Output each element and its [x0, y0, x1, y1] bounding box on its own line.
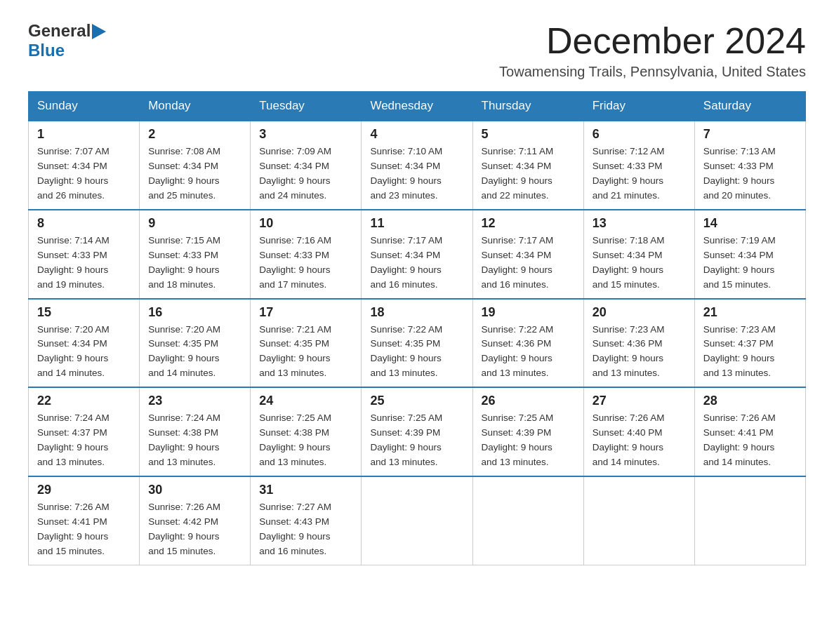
day-number: 6: [593, 127, 686, 142]
day-number: 27: [593, 394, 686, 408]
calendar-header-row: Sunday Monday Tuesday Wednesday Thursday…: [29, 92, 806, 121]
table-row: 15Sunrise: 7:20 AMSunset: 4:34 PMDayligh…: [29, 299, 140, 388]
day-number: 31: [259, 483, 352, 497]
table-row: 10Sunrise: 7:16 AMSunset: 4:33 PMDayligh…: [251, 210, 362, 299]
day-info: Sunrise: 7:23 AMSunset: 4:37 PMDaylight:…: [703, 323, 797, 382]
day-number: 1: [37, 127, 131, 142]
day-info: Sunrise: 7:26 AMSunset: 4:40 PMDaylight:…: [593, 411, 686, 470]
col-friday: Friday: [583, 92, 694, 121]
day-number: 4: [370, 127, 463, 142]
day-info: Sunrise: 7:26 AMSunset: 4:42 PMDaylight:…: [148, 500, 241, 559]
day-info: Sunrise: 7:17 AMSunset: 4:34 PMDaylight:…: [482, 234, 575, 293]
logo-general-text: General: [28, 21, 91, 41]
day-number: 22: [37, 394, 131, 408]
day-number: 8: [37, 216, 131, 231]
day-number: 16: [148, 305, 241, 320]
day-number: 7: [703, 127, 797, 142]
table-row: 21Sunrise: 7:23 AMSunset: 4:37 PMDayligh…: [694, 299, 805, 388]
table-row: 2Sunrise: 7:08 AMSunset: 4:34 PMDaylight…: [140, 121, 251, 210]
day-info: Sunrise: 7:14 AMSunset: 4:33 PMDaylight:…: [37, 234, 131, 293]
table-row: [583, 476, 694, 565]
day-number: 9: [148, 216, 241, 231]
table-row: 24Sunrise: 7:25 AMSunset: 4:38 PMDayligh…: [251, 387, 362, 476]
day-info: Sunrise: 7:15 AMSunset: 4:33 PMDaylight:…: [148, 234, 241, 293]
table-row: 29Sunrise: 7:26 AMSunset: 4:41 PMDayligh…: [29, 476, 140, 565]
day-info: Sunrise: 7:12 AMSunset: 4:33 PMDaylight:…: [593, 145, 686, 203]
table-row: 17Sunrise: 7:21 AMSunset: 4:35 PMDayligh…: [251, 299, 362, 388]
table-row: 16Sunrise: 7:20 AMSunset: 4:35 PMDayligh…: [140, 299, 251, 388]
calendar-week-row: 29Sunrise: 7:26 AMSunset: 4:41 PMDayligh…: [29, 476, 806, 565]
day-number: 29: [37, 483, 131, 497]
day-number: 15: [37, 305, 131, 320]
day-number: 25: [370, 394, 463, 408]
day-info: Sunrise: 7:09 AMSunset: 4:34 PMDaylight:…: [259, 145, 352, 203]
table-row: 28Sunrise: 7:26 AMSunset: 4:41 PMDayligh…: [694, 387, 805, 476]
col-sunday: Sunday: [29, 92, 140, 121]
calendar-table: Sunday Monday Tuesday Wednesday Thursday…: [28, 91, 806, 565]
svg-marker-0: [92, 24, 106, 39]
day-info: Sunrise: 7:24 AMSunset: 4:38 PMDaylight:…: [148, 411, 241, 470]
table-row: 3Sunrise: 7:09 AMSunset: 4:34 PMDaylight…: [251, 121, 362, 210]
table-row: 18Sunrise: 7:22 AMSunset: 4:35 PMDayligh…: [362, 299, 472, 388]
table-row: 26Sunrise: 7:25 AMSunset: 4:39 PMDayligh…: [472, 387, 583, 476]
day-info: Sunrise: 7:24 AMSunset: 4:37 PMDaylight:…: [37, 411, 131, 470]
logo-triangle-icon: [92, 24, 106, 39]
day-number: 14: [703, 216, 797, 231]
day-info: Sunrise: 7:25 AMSunset: 4:39 PMDaylight:…: [482, 411, 575, 470]
table-row: 27Sunrise: 7:26 AMSunset: 4:40 PMDayligh…: [583, 387, 694, 476]
day-info: Sunrise: 7:21 AMSunset: 4:35 PMDaylight:…: [259, 323, 352, 382]
table-row: 11Sunrise: 7:17 AMSunset: 4:34 PMDayligh…: [362, 210, 472, 299]
day-number: 30: [148, 483, 241, 497]
day-info: Sunrise: 7:16 AMSunset: 4:33 PMDaylight:…: [259, 234, 352, 293]
day-info: Sunrise: 7:13 AMSunset: 4:33 PMDaylight:…: [703, 145, 797, 203]
day-info: Sunrise: 7:11 AMSunset: 4:34 PMDaylight:…: [482, 145, 575, 203]
table-row: 1Sunrise: 7:07 AMSunset: 4:34 PMDaylight…: [29, 121, 140, 210]
day-info: Sunrise: 7:25 AMSunset: 4:39 PMDaylight:…: [370, 411, 463, 470]
day-number: 21: [703, 305, 797, 320]
day-number: 11: [370, 216, 463, 231]
table-row: 4Sunrise: 7:10 AMSunset: 4:34 PMDaylight…: [362, 121, 472, 210]
table-row: 31Sunrise: 7:27 AMSunset: 4:43 PMDayligh…: [251, 476, 362, 565]
table-row: [694, 476, 805, 565]
day-info: Sunrise: 7:26 AMSunset: 4:41 PMDaylight:…: [703, 411, 797, 470]
month-title: December 2024: [499, 21, 806, 61]
page-header: General Blue December 2024 Towamensing T…: [28, 21, 806, 80]
day-number: 24: [259, 394, 352, 408]
calendar-week-row: 22Sunrise: 7:24 AMSunset: 4:37 PMDayligh…: [29, 387, 806, 476]
title-block: December 2024 Towamensing Trails, Pennsy…: [499, 21, 806, 80]
day-info: Sunrise: 7:26 AMSunset: 4:41 PMDaylight:…: [37, 500, 131, 559]
day-info: Sunrise: 7:20 AMSunset: 4:34 PMDaylight:…: [37, 323, 131, 382]
day-info: Sunrise: 7:10 AMSunset: 4:34 PMDaylight:…: [370, 145, 463, 203]
day-number: 19: [482, 305, 575, 320]
logo: General Blue: [28, 21, 106, 60]
calendar-week-row: 1Sunrise: 7:07 AMSunset: 4:34 PMDaylight…: [29, 121, 806, 210]
day-number: 13: [593, 216, 686, 231]
calendar-week-row: 8Sunrise: 7:14 AMSunset: 4:33 PMDaylight…: [29, 210, 806, 299]
day-info: Sunrise: 7:07 AMSunset: 4:34 PMDaylight:…: [37, 145, 131, 203]
table-row: 6Sunrise: 7:12 AMSunset: 4:33 PMDaylight…: [583, 121, 694, 210]
day-number: 5: [482, 127, 575, 142]
col-tuesday: Tuesday: [251, 92, 362, 121]
day-info: Sunrise: 7:08 AMSunset: 4:34 PMDaylight:…: [148, 145, 241, 203]
table-row: 20Sunrise: 7:23 AMSunset: 4:36 PMDayligh…: [583, 299, 694, 388]
day-info: Sunrise: 7:18 AMSunset: 4:34 PMDaylight:…: [593, 234, 686, 293]
table-row: 30Sunrise: 7:26 AMSunset: 4:42 PMDayligh…: [140, 476, 251, 565]
day-number: 28: [703, 394, 797, 408]
day-info: Sunrise: 7:25 AMSunset: 4:38 PMDaylight:…: [259, 411, 352, 470]
col-saturday: Saturday: [694, 92, 805, 121]
col-wednesday: Wednesday: [362, 92, 472, 121]
day-number: 12: [482, 216, 575, 231]
table-row: 23Sunrise: 7:24 AMSunset: 4:38 PMDayligh…: [140, 387, 251, 476]
day-number: 17: [259, 305, 352, 320]
day-info: Sunrise: 7:27 AMSunset: 4:43 PMDaylight:…: [259, 500, 352, 559]
day-number: 20: [593, 305, 686, 320]
table-row: 14Sunrise: 7:19 AMSunset: 4:34 PMDayligh…: [694, 210, 805, 299]
table-row: 5Sunrise: 7:11 AMSunset: 4:34 PMDaylight…: [472, 121, 583, 210]
day-number: 26: [482, 394, 575, 408]
day-info: Sunrise: 7:23 AMSunset: 4:36 PMDaylight:…: [593, 323, 686, 382]
table-row: [472, 476, 583, 565]
day-info: Sunrise: 7:17 AMSunset: 4:34 PMDaylight:…: [370, 234, 463, 293]
logo-blue-text: Blue: [28, 41, 65, 60]
calendar-week-row: 15Sunrise: 7:20 AMSunset: 4:34 PMDayligh…: [29, 299, 806, 388]
table-row: 22Sunrise: 7:24 AMSunset: 4:37 PMDayligh…: [29, 387, 140, 476]
